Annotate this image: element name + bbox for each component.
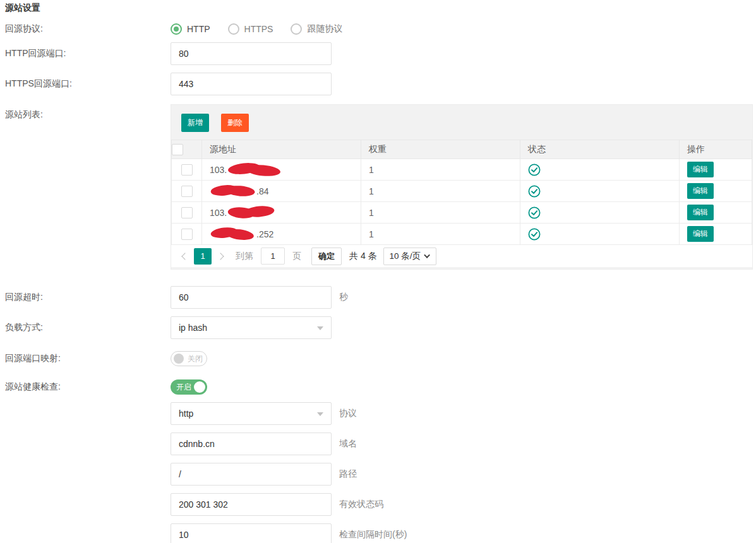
next-page-icon[interactable]	[217, 253, 224, 260]
hc-interval-suffix: 检查间隔时间(秒)	[339, 529, 407, 540]
row-http-port: HTTP回源端口:	[5, 42, 753, 65]
row-hc-codes: 有效状态码	[5, 493, 753, 516]
edit-button[interactable]: 编辑	[687, 162, 714, 177]
radio-https[interactable]: HTTPS	[228, 23, 273, 35]
weight-value: 1	[361, 224, 520, 245]
toggle-knob	[174, 354, 184, 364]
row-checkbox[interactable]	[181, 229, 193, 240]
row-checkbox[interactable]	[181, 186, 193, 197]
protocol-label: 回源协议:	[5, 23, 171, 35]
hc-interval-input[interactable]	[171, 523, 332, 543]
row-hc-interval: 检查间隔时间(秒)	[5, 523, 753, 543]
origin-table: 源地址 权重 状态 操作 103. 1	[171, 140, 752, 245]
timeout-input[interactable]	[171, 286, 332, 309]
total-count-label: 共 4 条	[349, 251, 377, 262]
radio-https-label: HTTPS	[244, 24, 273, 34]
col-header-action: 操作	[680, 140, 752, 159]
origin-settings-page: 源站设置 回源协议: HTTP HTTPS 跟随协议 HTTP回源端口: HTT…	[0, 0, 756, 543]
weight-value: 1	[361, 159, 520, 181]
addr-text: 103.	[210, 165, 227, 175]
toggle-state-label: 关闭	[188, 354, 203, 364]
redaction-scribble	[210, 184, 256, 198]
load-method-value: ip hash	[179, 323, 207, 333]
radio-checked-icon	[171, 23, 182, 35]
radio-follow[interactable]: 跟随协议	[291, 23, 342, 35]
radio-follow-label: 跟随协议	[307, 23, 342, 35]
confirm-page-button[interactable]: 确定	[311, 248, 342, 265]
port-mapping-toggle[interactable]: 关闭	[171, 351, 207, 366]
redaction-scribble	[227, 205, 276, 220]
addr-text: 103.	[210, 208, 227, 218]
hc-domain-input[interactable]	[171, 433, 332, 455]
https-port-input[interactable]	[171, 73, 332, 95]
table-row: .252 1 编辑	[172, 224, 752, 245]
https-port-label: HTTPS回源端口:	[5, 78, 171, 90]
dropdown-triangle-icon	[317, 326, 323, 330]
add-origin-button[interactable]: 新增	[181, 114, 209, 132]
goto-label: 到第	[236, 251, 253, 262]
row-https-port: HTTPS回源端口:	[5, 73, 753, 95]
col-header-weight: 权重	[361, 140, 520, 159]
page-unit-label: 页	[292, 251, 301, 262]
edit-button[interactable]: 编辑	[687, 205, 714, 220]
origin-list-toolbar: 新增 删除	[171, 105, 752, 140]
table-row: .84 1 编辑	[172, 181, 752, 202]
toggle-state-label: 开启	[176, 382, 191, 393]
status-ok-icon	[528, 185, 541, 198]
origin-list-label: 源站列表:	[5, 104, 171, 121]
status-ok-icon	[528, 164, 541, 176]
hc-protocol-value: http	[179, 409, 193, 419]
toggle-knob	[194, 381, 205, 393]
col-header-addr: 源地址	[202, 140, 361, 159]
addr-text: .84	[256, 186, 268, 196]
hc-path-suffix: 路径	[339, 468, 357, 480]
row-protocol: 回源协议: HTTP HTTPS 跟随协议	[5, 23, 753, 35]
hc-codes-suffix: 有效状态码	[339, 499, 383, 510]
status-ok-icon	[528, 228, 541, 241]
table-row: 103. 1 编辑	[172, 159, 752, 181]
timeout-unit-label: 秒	[339, 292, 348, 303]
row-health-check: 源站健康检查: 开启	[5, 379, 753, 395]
page-size-value: 10 条/页	[390, 251, 421, 262]
protocol-radio-group: HTTP HTTPS 跟随协议	[171, 23, 360, 35]
prev-page-icon[interactable]	[181, 253, 188, 260]
radio-http-label: HTTP	[187, 24, 210, 34]
delete-origin-button[interactable]: 删除	[221, 114, 249, 132]
health-check-toggle[interactable]: 开启	[171, 379, 207, 395]
addr-text: .252	[256, 229, 273, 239]
hc-protocol-select[interactable]: http	[171, 402, 332, 425]
port-mapping-label: 回源端口映射:	[5, 353, 171, 364]
row-port-mapping: 回源端口映射: 关闭	[5, 351, 753, 366]
row-origin-list: 源站列表: 新增 删除 源地址 权重 状态 操作	[5, 104, 753, 278]
http-port-input[interactable]	[171, 42, 332, 65]
redaction-scribble	[227, 162, 282, 177]
hc-codes-input[interactable]	[171, 493, 332, 516]
radio-unchecked-icon	[291, 23, 302, 35]
row-checkbox[interactable]	[181, 164, 193, 176]
col-header-status: 状态	[520, 140, 680, 159]
http-port-label: HTTP回源端口:	[5, 48, 171, 59]
current-page-button[interactable]: 1	[194, 248, 212, 265]
page-size-select[interactable]: 10 条/页	[383, 248, 437, 265]
hc-protocol-suffix: 协议	[339, 408, 357, 419]
row-hc-domain: 域名	[5, 433, 753, 455]
hc-path-input[interactable]	[171, 463, 332, 486]
load-method-select[interactable]: ip hash	[171, 316, 332, 339]
table-row: 103. 1 编辑	[172, 202, 752, 224]
status-ok-icon	[528, 206, 541, 219]
load-method-label: 负载方式:	[5, 322, 171, 333]
row-load-method: 负载方式: ip hash	[5, 316, 753, 339]
page-title: 源站设置	[5, 3, 753, 14]
redaction-scribble	[210, 227, 256, 241]
timeout-label: 回源超时:	[5, 292, 171, 303]
dropdown-triangle-icon	[317, 412, 323, 416]
edit-button[interactable]: 编辑	[687, 226, 714, 242]
row-checkbox[interactable]	[181, 207, 193, 218]
row-timeout: 回源超时: 秒	[5, 286, 753, 309]
origin-list-panel: 新增 删除 源地址 权重 状态 操作	[171, 104, 753, 270]
page-number-input[interactable]	[261, 248, 285, 265]
edit-button[interactable]: 编辑	[687, 183, 714, 199]
radio-http[interactable]: HTTP	[171, 23, 210, 35]
radio-unchecked-icon	[228, 23, 239, 35]
select-all-checkbox[interactable]	[172, 144, 183, 155]
